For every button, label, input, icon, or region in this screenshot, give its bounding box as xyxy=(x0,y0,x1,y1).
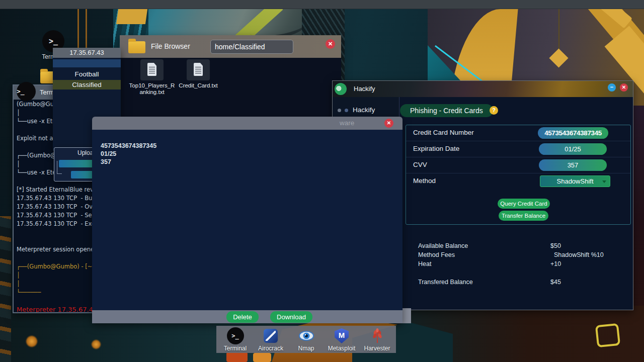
file-icon xyxy=(187,59,210,80)
credit-card-number-input[interactable]: 4573543674387345 xyxy=(538,127,608,139)
info-value: ShadowShift %10 xyxy=(554,251,604,258)
terminal-line xyxy=(17,297,93,306)
info-label: Method Fees xyxy=(418,251,455,258)
dock-item-airocrack[interactable]: Airocrack xyxy=(254,328,287,352)
terminal-line: └────── xyxy=(17,289,93,297)
document-icon xyxy=(194,63,203,76)
host-window-title[interactable]: 17.35.67.43 xyxy=(53,48,121,58)
info-value: $45 xyxy=(550,279,561,286)
document-icon xyxy=(147,63,156,76)
feather-icon xyxy=(264,329,278,343)
form-row: Credit Card Number 4573543674387345 xyxy=(406,125,630,141)
info-row: Available Balance $50 xyxy=(400,242,633,251)
dock-item-label: Nmap xyxy=(290,345,323,352)
info-label: Heat xyxy=(418,260,431,267)
form-row: Expiration Date 01/25 xyxy=(406,141,630,157)
terminal-line: 17.35.67.43 130 TCP - Selec xyxy=(17,212,93,220)
file-name: Credit_Card.txt xyxy=(175,82,222,89)
file-browser-title: File Browser xyxy=(151,42,190,50)
dock-item-label: Terminal xyxy=(219,345,252,352)
info-label: Available Balance xyxy=(418,242,468,249)
wallpaper-orange-lines xyxy=(74,9,93,49)
delete-button[interactable]: Delete xyxy=(226,311,259,323)
terminal-icon: >_ xyxy=(17,82,36,101)
form-row: Method ShadowShift xyxy=(406,173,630,190)
sidebar-bullet-icon xyxy=(345,109,348,112)
info-label: Transfered Balance xyxy=(418,279,473,286)
close-icon[interactable]: ✕ xyxy=(384,119,393,128)
dock-item-label: Metasploit xyxy=(325,345,358,352)
expiration-date-input[interactable]: 01/25 xyxy=(539,143,607,155)
terminal-icon: >_ xyxy=(227,327,244,344)
hackify-titlebar[interactable]: Hackify − ✕ xyxy=(333,81,633,97)
terminal-line: [*] Started EternalBlue reverse xyxy=(17,186,93,195)
host-selected-row[interactable] xyxy=(53,59,121,67)
query-credit-card-button[interactable]: Query Credit Card xyxy=(498,199,550,209)
dock-item-terminal[interactable]: >_ Terminal xyxy=(219,328,252,352)
terminal-line xyxy=(17,229,93,237)
method-dropdown-value: ShadowShift xyxy=(557,177,594,185)
hidden-window-edge xyxy=(403,308,411,323)
shield-m-icon: M xyxy=(335,328,349,343)
field-label: CVV xyxy=(413,161,427,168)
eye-icon xyxy=(290,328,323,344)
file-browser-titlebar[interactable]: File Browser ✕ xyxy=(120,35,341,58)
cvv-input[interactable]: 357 xyxy=(539,159,607,171)
dock-item-nmap[interactable]: Nmap xyxy=(290,328,323,352)
dock-item-metasploit[interactable]: M Metasploit xyxy=(325,328,358,352)
wallpaper-glow-dot xyxy=(26,336,37,347)
transfer-balance-button[interactable]: Transfer Balance xyxy=(499,211,548,221)
field-label: Expiration Date xyxy=(413,145,459,152)
terminal-line: 17.35.67.43 130 TCP - Execu xyxy=(17,220,93,229)
dock-item-harvester[interactable]: Harvester xyxy=(361,328,394,352)
hackify-app-icon xyxy=(335,83,347,95)
help-icon[interactable]: ? xyxy=(490,106,498,115)
download-button[interactable]: Download xyxy=(270,311,312,323)
close-icon[interactable]: ✕ xyxy=(326,39,335,49)
file-name: Top10_Players_Ranking.txt xyxy=(128,82,176,96)
info-row: Heat +10 xyxy=(400,260,633,269)
wallpaper-pendant-string xyxy=(558,9,559,52)
file-item[interactable]: Top10_Players_Ranking.txt xyxy=(128,59,176,96)
field-label: Credit Card Number xyxy=(413,129,474,136)
file-content-text: 4573543674387345 01/25 357 xyxy=(101,142,156,166)
close-icon[interactable]: ✕ xyxy=(620,83,628,92)
desktop: >_ Terminal File Browser ✕ Top10_Players… xyxy=(0,0,644,362)
sidebar-item-label: Hackify xyxy=(353,106,375,114)
wallpaper-yellow-patch xyxy=(116,9,147,24)
form-row: CVV 357 xyxy=(406,157,630,173)
info-value: $50 xyxy=(550,242,561,249)
wheat-icon xyxy=(361,328,394,344)
terminal-line: 17.35.67.43 130 TCP - Overv xyxy=(17,203,93,212)
phishing-form-panel: Credit Card Number 4573543674387345 Expi… xyxy=(406,125,631,225)
wallpaper-glow-dot xyxy=(92,340,101,349)
terminal-line: 17.35.67.43 130 TCP - Built xyxy=(17,195,93,203)
file-item[interactable]: Credit_Card.txt xyxy=(175,59,222,89)
chevron-down-icon xyxy=(602,180,606,183)
file-icon xyxy=(140,59,164,80)
text-viewer-titlebar[interactable]: ware ✕ xyxy=(92,117,403,130)
sidebar-bullet-icon xyxy=(338,109,341,112)
terminal-line: Meterpreter session opened ( xyxy=(17,246,93,254)
path-input[interactable] xyxy=(210,40,293,54)
host-folder-football[interactable]: Football xyxy=(53,69,121,79)
host-folder-classified[interactable]: Classified xyxy=(53,80,121,89)
field-label: Method xyxy=(413,177,436,185)
minimize-icon[interactable]: − xyxy=(608,83,616,92)
terminal-line: ┌──(Gumbo@Gumbo) - [~] xyxy=(17,263,93,272)
sidebar-item-hackify[interactable]: Hackify xyxy=(333,104,399,117)
dock-item-label: Harvester xyxy=(361,345,394,352)
dock: >_ Terminal Airocrack Nmap M Metasploit xyxy=(216,326,396,353)
hackify-main: Phishing - Credit Cards ? Credit Card Nu… xyxy=(400,97,633,310)
background-window-title: ware xyxy=(340,119,354,127)
text-viewer-footer: Delete Download xyxy=(92,310,403,323)
terminal-line xyxy=(17,237,93,246)
terminal-line xyxy=(17,254,93,263)
info-row: Transfered Balance $45 xyxy=(400,279,633,288)
info-value: +10 xyxy=(550,260,561,267)
wallpaper-orange-block xyxy=(253,353,271,362)
section-title-badge: Phishing - Credit Cards xyxy=(400,104,493,117)
folder-icon xyxy=(128,41,145,53)
wallpaper-yellow-square xyxy=(595,323,620,348)
method-dropdown[interactable]: ShadowShift xyxy=(540,175,610,187)
